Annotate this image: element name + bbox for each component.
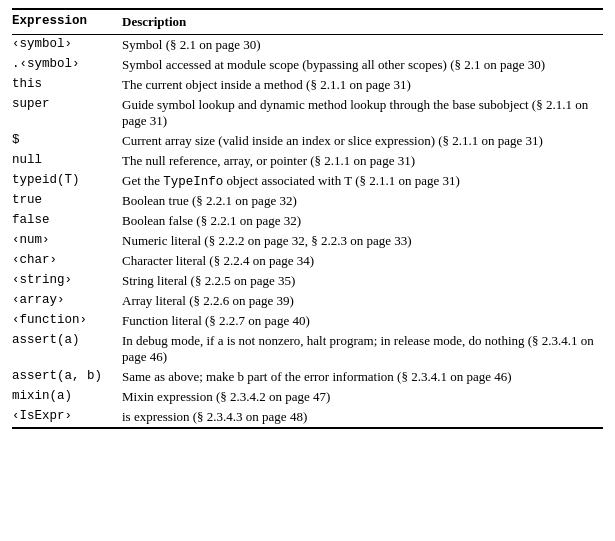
header-description: Description xyxy=(122,9,603,35)
cell-expression: assert(a) xyxy=(12,331,122,367)
cell-expression: ‹string› xyxy=(12,271,122,291)
cell-expression: ‹char› xyxy=(12,251,122,271)
expression-table: Expression Description ‹symbol›Symbol (§… xyxy=(12,8,603,429)
cell-expression: assert(a, b) xyxy=(12,367,122,387)
table-row: assert(a)In debug mode, if a is not nonz… xyxy=(12,331,603,367)
table-row: $Current array size (valid inside an ind… xyxy=(12,131,603,151)
cell-description: Numeric literal (§ 2.2.2 on page 32, § 2… xyxy=(122,231,603,251)
cell-description: Character literal (§ 2.2.4 on page 34) xyxy=(122,251,603,271)
table-row: ‹function›Function literal (§ 2.2.7 on p… xyxy=(12,311,603,331)
cell-expression: this xyxy=(12,75,122,95)
cell-description: In debug mode, if a is not nonzero, halt… xyxy=(122,331,603,367)
cell-expression: mixin(a) xyxy=(12,387,122,407)
cell-expression: null xyxy=(12,151,122,171)
cell-description: String literal (§ 2.2.5 on page 35) xyxy=(122,271,603,291)
cell-description: Symbol accessed at module scope (bypassi… xyxy=(122,55,603,75)
cell-expression: ‹function› xyxy=(12,311,122,331)
cell-description: Function literal (§ 2.2.7 on page 40) xyxy=(122,311,603,331)
main-container: Expression Description ‹symbol›Symbol (§… xyxy=(0,0,615,437)
table-row: ‹array›Array literal (§ 2.2.6 on page 39… xyxy=(12,291,603,311)
cell-description: Guide symbol lookup and dynamic method l… xyxy=(122,95,603,131)
table-row: ‹symbol›Symbol (§ 2.1 on page 30) xyxy=(12,35,603,56)
cell-expression: $ xyxy=(12,131,122,151)
cell-description: is expression (§ 2.3.4.3 on page 48) xyxy=(122,407,603,428)
header-expression: Expression xyxy=(12,9,122,35)
table-row: falseBoolean false (§ 2.2.1 on page 32) xyxy=(12,211,603,231)
cell-expression: ‹array› xyxy=(12,291,122,311)
table-row: typeid(T)Get the TypeInfo object associa… xyxy=(12,171,603,191)
cell-description: Boolean true (§ 2.2.1 on page 32) xyxy=(122,191,603,211)
cell-description: The null reference, array, or pointer (§… xyxy=(122,151,603,171)
cell-description: The current object inside a method (§ 2.… xyxy=(122,75,603,95)
cell-description: Boolean false (§ 2.2.1 on page 32) xyxy=(122,211,603,231)
cell-expression: false xyxy=(12,211,122,231)
cell-expression: super xyxy=(12,95,122,131)
table-row: nullThe null reference, array, or pointe… xyxy=(12,151,603,171)
cell-description: Array literal (§ 2.2.6 on page 39) xyxy=(122,291,603,311)
table-row: ‹num›Numeric literal (§ 2.2.2 on page 32… xyxy=(12,231,603,251)
cell-description: Same as above; make b part of the error … xyxy=(122,367,603,387)
table-row: superGuide symbol lookup and dynamic met… xyxy=(12,95,603,131)
cell-description: Current array size (valid inside an inde… xyxy=(122,131,603,151)
table-header-row: Expression Description xyxy=(12,9,603,35)
cell-expression: .‹symbol› xyxy=(12,55,122,75)
cell-description: Get the TypeInfo object associated with … xyxy=(122,171,603,191)
cell-expression: true xyxy=(12,191,122,211)
cell-expression: ‹symbol› xyxy=(12,35,122,56)
cell-description: Mixin expression (§ 2.3.4.2 on page 47) xyxy=(122,387,603,407)
cell-expression: ‹IsExpr› xyxy=(12,407,122,428)
table-row: thisThe current object inside a method (… xyxy=(12,75,603,95)
table-row: .‹symbol›Symbol accessed at module scope… xyxy=(12,55,603,75)
cell-description: Symbol (§ 2.1 on page 30) xyxy=(122,35,603,56)
table-row: assert(a, b)Same as above; make b part o… xyxy=(12,367,603,387)
cell-expression: typeid(T) xyxy=(12,171,122,191)
table-row: ‹IsExpr›is expression (§ 2.3.4.3 on page… xyxy=(12,407,603,428)
table-row: ‹char›Character literal (§ 2.2.4 on page… xyxy=(12,251,603,271)
cell-expression: ‹num› xyxy=(12,231,122,251)
table-row: ‹string›String literal (§ 2.2.5 on page … xyxy=(12,271,603,291)
table-row: trueBoolean true (§ 2.2.1 on page 32) xyxy=(12,191,603,211)
table-row: mixin(a)Mixin expression (§ 2.3.4.2 on p… xyxy=(12,387,603,407)
